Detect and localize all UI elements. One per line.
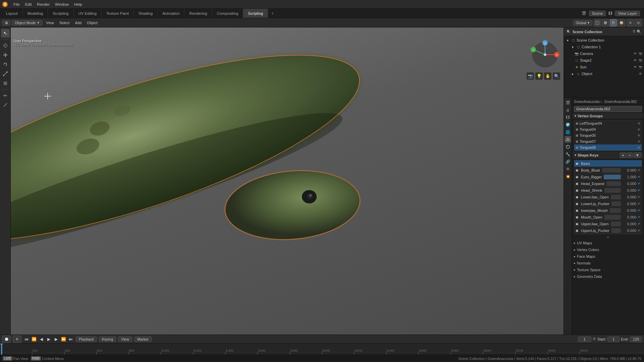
texture-space-section[interactable]: ▸ Texture Space bbox=[573, 266, 643, 273]
camera-render[interactable]: 📷 bbox=[638, 51, 643, 56]
sk-lowerjaw-open[interactable]: ▣ LowerJaw_Open 0.000 ✔ bbox=[574, 194, 642, 200]
tree-stage2[interactable]: □ Stage2 👁 📷 bbox=[564, 57, 644, 64]
pb-next-frame[interactable]: ▶ bbox=[53, 336, 59, 342]
camera-icon[interactable]: 📷 bbox=[527, 72, 534, 80]
timeline-view-menu[interactable]: View bbox=[118, 337, 132, 342]
pb-jump-end[interactable]: ⏭ bbox=[68, 336, 74, 342]
vg-tongue07[interactable]: ▣ Tongue07 ⊕ bbox=[574, 138, 642, 144]
uv-maps-section[interactable]: ▸ UV Maps bbox=[573, 240, 643, 246]
sk-check-upperlip-pucker[interactable]: ✔ bbox=[638, 229, 640, 232]
tab-layout[interactable]: Layout bbox=[1, 9, 23, 18]
vg-lefttongue04[interactable]: ▣ LeftTongue04 ⊕ bbox=[574, 120, 642, 126]
timeline-marker-menu[interactable]: Marker bbox=[134, 337, 152, 342]
pb-play[interactable]: ▶ bbox=[46, 336, 52, 342]
tool-scale[interactable] bbox=[1, 69, 10, 78]
sk-check-eyes-bigger[interactable]: ✔ bbox=[638, 175, 640, 179]
sk-check-head-expand[interactable]: ✔ bbox=[638, 182, 640, 185]
vg-action-3[interactable]: ⊕ bbox=[638, 140, 640, 143]
tab-add-button[interactable]: + bbox=[268, 9, 277, 18]
sk-check-lowerjaw-open[interactable]: ✔ bbox=[638, 195, 640, 199]
stage2-render[interactable]: 📷 bbox=[638, 58, 643, 63]
sk-body-bloat[interactable]: ▣ Body_Bloat 0.000 ✔ bbox=[574, 167, 642, 174]
zoom-icon[interactable]: 🔍 bbox=[553, 72, 560, 80]
sk-mouth-open[interactable]: ▣ Mouth_Open 0.000 ✔ bbox=[574, 214, 642, 221]
solid-shading[interactable] bbox=[602, 19, 609, 26]
tool-select[interactable]: ↖ bbox=[1, 29, 10, 38]
timeline-editor-type[interactable]: 🕐 bbox=[2, 336, 11, 343]
tree-scene-collection[interactable]: ▾ ⬡ Scene Collection bbox=[564, 37, 644, 44]
tab-sculpting[interactable]: Sculpting bbox=[48, 9, 73, 18]
tool-measure[interactable] bbox=[1, 101, 10, 109]
timeline-frame-ruler[interactable]: 20 40 60 80 100 120 140 160 180 200 bbox=[0, 344, 644, 355]
scene-selector[interactable]: Scene bbox=[589, 11, 606, 16]
camera-vis[interactable]: 👁 bbox=[633, 51, 637, 56]
shape-keys-header[interactable]: ▾ Shape Keys + − ▼ bbox=[573, 152, 643, 159]
tab-scripting[interactable]: Scripting bbox=[243, 9, 268, 18]
viewport-area[interactable]: User Perspective (1) Scene Collection | … bbox=[11, 27, 564, 335]
stage2-vis[interactable]: 👁 bbox=[633, 58, 637, 63]
pan-icon[interactable]: ✋ bbox=[544, 72, 551, 80]
tab-texture-paint[interactable]: Texture Paint bbox=[102, 9, 134, 18]
tab-modeling[interactable]: Modeling bbox=[23, 9, 48, 18]
props-scene-icon[interactable]: 🌍 bbox=[565, 121, 571, 128]
vg-action-4[interactable]: ⊕ bbox=[638, 146, 640, 149]
tool-rotate[interactable] bbox=[1, 60, 10, 69]
tab-rendering[interactable]: Rendering bbox=[184, 9, 212, 18]
material-shading[interactable] bbox=[610, 19, 617, 26]
gizmo-widget[interactable]: X Y Z bbox=[530, 40, 560, 70]
props-constraint-icon[interactable]: 🔗 bbox=[565, 158, 571, 165]
timeline-playback-menu[interactable]: Playback bbox=[76, 337, 97, 342]
add-menu[interactable]: Add bbox=[73, 20, 84, 25]
tree-sun[interactable]: ☀ Sun 👁 📷 bbox=[564, 64, 644, 70]
vg-tongue05[interactable]: ▣ Tongue05 ⊕ bbox=[574, 132, 642, 138]
props-modifier-icon[interactable]: 🔧 bbox=[565, 151, 571, 158]
vertex-groups-header[interactable]: ▾ Vertex Groups bbox=[573, 113, 643, 119]
props-output-icon[interactable]: 🖨 bbox=[565, 107, 571, 113]
sk-eyes-bigger[interactable]: ▣ Eyes_Bigger 1.000 ✔ bbox=[574, 174, 642, 180]
sk-check-body-bloat[interactable]: ✔ bbox=[638, 168, 640, 172]
rendered-shading[interactable] bbox=[618, 19, 625, 26]
tree-camera[interactable]: 📷 Camera 👁 📷 bbox=[564, 50, 644, 57]
props-material-icon[interactable] bbox=[565, 143, 571, 150]
vertex-colors-section[interactable]: ▸ Vertex Colors bbox=[573, 246, 643, 253]
outliner-filter[interactable]: ⚗ bbox=[632, 29, 636, 34]
sk-upperlip-pucker[interactable]: ▣ UpperLip_Pucker 0.000 ✔ bbox=[574, 227, 642, 234]
shape-key-add-btn[interactable]: + bbox=[620, 153, 626, 158]
timeline-keying-menu[interactable]: Keying bbox=[99, 337, 116, 342]
transform-global[interactable]: Global ▼ bbox=[573, 20, 592, 25]
normals-section[interactable]: ▸ Normals bbox=[573, 260, 643, 266]
sun-vis[interactable]: 👁 bbox=[633, 65, 637, 69]
vg-action-0[interactable]: ⊕ bbox=[638, 122, 640, 125]
pb-next-keyframe[interactable]: ⏩ bbox=[60, 336, 66, 342]
outliner-search[interactable]: 🔍 bbox=[637, 29, 641, 34]
props-view-layer-icon[interactable]: 🎞 bbox=[565, 114, 571, 121]
tree-object[interactable]: ▸ □ Object ⚙ bbox=[564, 70, 644, 77]
props-render-icon[interactable]: 🎬 bbox=[565, 99, 571, 106]
sk-head-expand[interactable]: ▣ Head_Expand 0.000 ✔ bbox=[574, 180, 642, 187]
tool-transform[interactable]: ⊞ bbox=[1, 79, 10, 87]
sk-upperjaw-open[interactable]: ▣ UpperJaw_Open 0.000 ✔ bbox=[574, 221, 642, 227]
sk-check-lowerlip-pucker[interactable]: ✔ bbox=[638, 202, 640, 205]
tab-uv-editing[interactable]: UV Editing bbox=[74, 9, 102, 18]
geometry-data-section[interactable]: ▸ Geometry Data bbox=[573, 273, 643, 280]
sk-head-shrink[interactable]: ▣ Head_Shrink 0.000 ✔ bbox=[574, 187, 642, 194]
tree-collection-1[interactable]: ▾ ⬡ Collection 1 bbox=[564, 44, 644, 50]
tool-annotate[interactable]: ✏ bbox=[1, 91, 10, 100]
view-layer-selector[interactable]: View Layer bbox=[615, 11, 640, 16]
shape-key-scroll-btn[interactable]: ▼ bbox=[634, 153, 641, 158]
breadcrumb-part2[interactable]: GreenAnaconda.002 bbox=[604, 100, 637, 104]
vg-action-1[interactable]: ⊕ bbox=[638, 128, 640, 131]
object-mode-selector[interactable]: Object Mode ▼ bbox=[12, 20, 43, 25]
current-frame-input[interactable] bbox=[578, 337, 591, 342]
wireframe-shading[interactable] bbox=[594, 19, 601, 26]
sun-render[interactable]: 📷 bbox=[638, 65, 643, 69]
props-world-icon[interactable]: 🌐 bbox=[565, 129, 571, 135]
timeline-settings[interactable]: ⚙ bbox=[13, 336, 21, 343]
editor-type-button[interactable]: 🖥 bbox=[2, 20, 10, 25]
start-frame-input[interactable] bbox=[607, 337, 620, 342]
sk-lowerlip-pucker[interactable]: ▣ LowerLip_Pucker 0.000 ✔ bbox=[574, 200, 642, 207]
menu-edit[interactable]: Edit bbox=[22, 2, 35, 7]
face-maps-section[interactable]: ▸ Face Maps bbox=[573, 253, 643, 260]
pb-jump-start[interactable]: ⏮ bbox=[23, 336, 30, 342]
object-menu[interactable]: Object bbox=[85, 20, 100, 25]
